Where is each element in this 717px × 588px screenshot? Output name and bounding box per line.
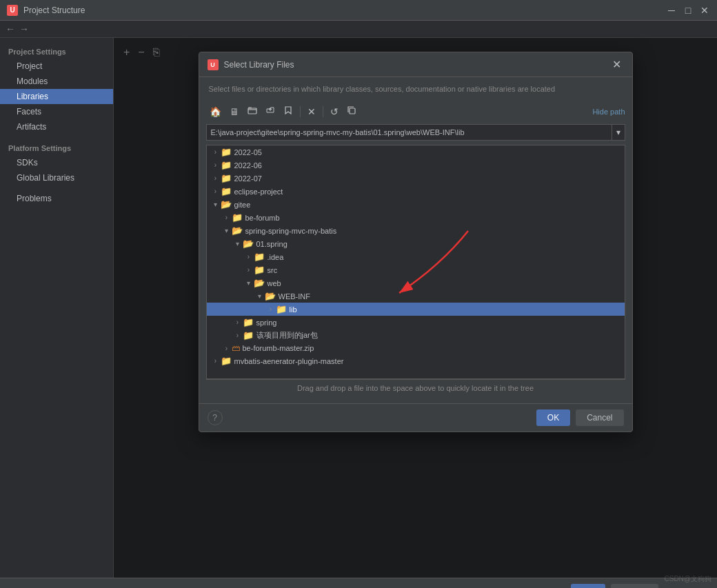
apply-button: Apply [664,584,707,589]
back-button[interactable]: ← [6,23,15,34]
svg-rect-2 [350,108,355,114]
file-tree[interactable]: ›📁2022-05›📁2022-06›📁2022-07›📁eclipse-pro… [206,145,625,379]
dialog-title-bar: U Select Library Files ✕ [199,52,632,77]
nav-arrows: ← → [0,21,717,38]
toolbar-separator [300,106,301,117]
sidebar-item-project[interactable]: Project [0,59,113,74]
title-bar: U Project Structure ─ □ ✕ [0,0,717,21]
tree-item-label: spring-spring-mvc-my-batis [245,227,337,235]
tree-item-t17[interactable]: ›📁mvbatis-aenerator-plugin-master [207,354,625,367]
ok-button[interactable]: OK [571,584,605,589]
sidebar-item-global-libraries[interactable]: Global Libraries [0,170,113,185]
tree-item-label: spring [256,318,277,327]
tree-item-t12[interactable]: ▾📂WEB-INF [207,290,625,303]
folder-icon: 📁 [254,265,265,275]
maximize-button[interactable]: □ [683,5,694,16]
tree-item-t4[interactable]: ›📁eclipse-project [207,185,625,198]
tree-item-label: gitee [234,201,251,209]
path-input[interactable] [206,124,612,141]
dialog-overlay: U Select Library Files ✕ Select files or… [114,38,717,578]
tree-item-label: 该项目用到的jar包 [256,330,318,341]
sidebar-item-facets[interactable]: Facets [0,104,113,119]
bookmark-button[interactable] [280,104,296,119]
tree-item-t16[interactable]: ›🗃be-forumb-master.zip [207,342,625,354]
bottom-bar: OK Cancel Apply [0,578,717,588]
hide-path-button[interactable]: Hide path [592,108,625,116]
dialog-help-button[interactable]: ? [208,410,223,425]
path-dropdown-button[interactable]: ▾ [612,124,625,141]
tree-item-label: lib [290,305,297,314]
tree-item-label: web [267,279,281,287]
tree-item-label: 2022-07 [234,174,262,183]
project-settings-section: Project Settings [0,43,113,59]
tree-item-label: .idea [267,253,284,261]
tree-item-t6[interactable]: ›📁be-forumb [207,211,625,224]
tree-item-t5[interactable]: ▾📂gitee [207,198,625,211]
main-layout: Project Settings Project Modules Librari… [0,38,717,578]
folder-icon: 📁 [221,147,232,157]
copy-path-button[interactable] [343,104,360,119]
tree-item-label: 2022-05 [234,148,262,156]
sidebar-item-problems[interactable]: Problems [0,191,113,206]
dialog-body: 🏠 🖥 [199,99,632,403]
minimize-button[interactable]: ─ [666,5,677,16]
folder-icon: 📂 [221,199,232,210]
svg-rect-0 [248,108,256,114]
tree-item-label: mvbatis-aenerator-plugin-master [234,357,344,365]
file-toolbar: 🏠 🖥 [206,103,625,120]
drop-hint: Drag and drop a file into the space abov… [206,379,625,396]
folder-icon: 📁 [221,160,232,170]
cancel-button[interactable]: Cancel [611,584,658,589]
tree-item-label: be-forumb [245,214,280,222]
desktop-button[interactable]: 🖥 [226,105,243,119]
tree-item-t3[interactable]: ›📁2022-07 [207,172,625,185]
dialog-close-button[interactable]: ✕ [609,58,624,71]
refresh-button[interactable]: ↺ [327,105,342,119]
path-input-row: ▾ [206,124,625,141]
folder-icon: 📁 [221,173,232,183]
dialog-icon: U [208,59,219,70]
tree-item-t7[interactable]: ▾📂spring-spring-mvc-my-batis [207,224,625,237]
select-library-dialog: U Select Library Files ✕ Select files or… [199,52,633,432]
window-title: Project Structure [23,6,85,15]
home-button[interactable]: 🏠 [206,105,225,119]
tree-item-t1[interactable]: ›📁2022-05 [207,145,625,159]
zip-icon: 🗃 [232,343,240,353]
dialog-cancel-button[interactable]: Cancel [576,409,623,426]
folder-icon: 📁 [243,317,254,327]
platform-settings-section: Platform Settings [0,140,113,155]
tree-item-t10[interactable]: ›📁src [207,263,625,276]
sidebar-item-sdks[interactable]: SDKs [0,155,113,170]
dialog-ok-button[interactable]: OK [536,409,570,426]
tree-item-t11[interactable]: ▾📂web [207,276,625,290]
svg-rect-1 [248,107,252,109]
tree-item-label: eclipse-project [234,187,283,196]
tree-item-t8[interactable]: ▾📂01.spring [207,237,625,250]
tree-item-t2[interactable]: ›📁2022-06 [207,159,625,172]
folder-icon: 📂 [265,291,276,301]
tree-item-t14[interactable]: ›📁spring [207,316,625,329]
tree-item-label: 2022-06 [234,161,262,170]
tree-item-t13[interactable]: ›📁lib [207,303,625,316]
content-area: + − ⎘ U Select Library Files ✕ Select fi… [114,38,717,578]
sidebar-item-libraries[interactable]: Libraries [0,89,113,104]
tree-item-label: 01.spring [256,240,287,248]
folder-icon: 📂 [243,239,254,249]
sidebar-item-modules[interactable]: Modules [0,74,113,89]
app-icon: U [7,5,18,16]
sidebar-item-artifacts[interactable]: Artifacts [0,119,113,134]
folder-icon: 📂 [232,225,243,236]
tree-item-t9[interactable]: ›📁.idea [207,250,625,263]
delete-button[interactable]: ✕ [304,105,319,119]
tree-item-label: WEB-INF [279,292,310,301]
folder-icon: 📁 [254,252,265,262]
folder-icon: 📁 [243,330,254,341]
parent-folder-button[interactable] [262,104,279,119]
close-button[interactable]: ✕ [699,5,710,16]
sidebar: Project Settings Project Modules Librari… [0,38,114,578]
forward-button[interactable]: → [19,23,29,34]
tree-item-label: be-forumb-master.zip [243,344,314,352]
new-folder-button[interactable] [244,104,261,119]
dialog-description: Select files or directories in which lib… [199,77,632,99]
tree-item-t15[interactable]: ›📁该项目用到的jar包 [207,329,625,342]
